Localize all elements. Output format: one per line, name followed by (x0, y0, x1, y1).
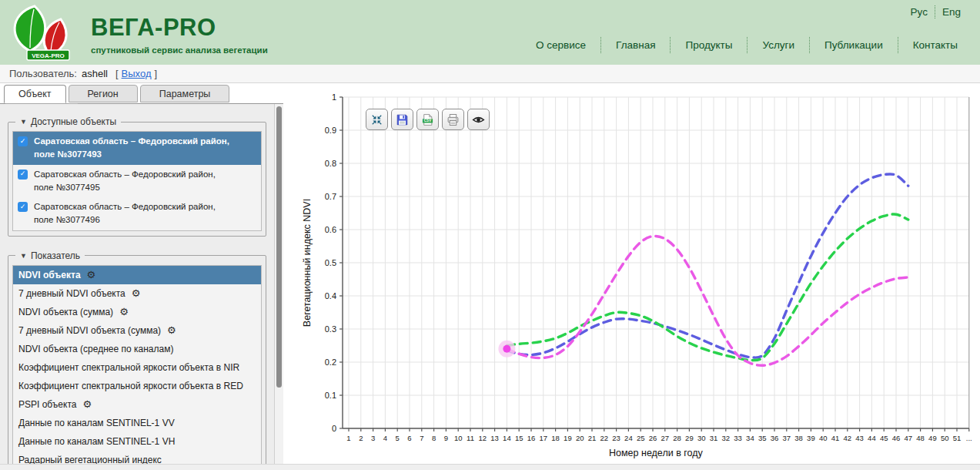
lang-ru[interactable]: Рус (904, 5, 935, 18)
svg-text:...: ... (966, 434, 972, 442)
indicator-label: Данные по каналам SENTINEL-1 VV (18, 416, 175, 430)
print-button[interactable] (442, 109, 464, 130)
nav-item[interactable]: Контакты (898, 37, 972, 53)
page-title: ВЕГА-PRO (91, 14, 268, 42)
section-title: Показатель (31, 250, 80, 261)
svg-text:Вегетационный индекс NDVI: Вегетационный индекс NDVI (302, 199, 313, 327)
object-row[interactable]: Саратовская область – Федоровский район,… (13, 165, 261, 198)
indicator-row[interactable]: Данные по каналам SENTINEL-1 VH (13, 432, 261, 451)
svg-text:45: 45 (880, 434, 888, 442)
svg-text:12: 12 (479, 434, 487, 442)
svg-text:21: 21 (588, 434, 597, 442)
checkbox-icon[interactable] (18, 170, 28, 180)
chart-series-series-magenta (507, 236, 908, 365)
checkbox-icon[interactable] (18, 136, 28, 146)
indicator-label: Радарный вегетационный индекс (18, 453, 162, 465)
object-row[interactable]: Саратовская область – Федоровский район,… (13, 132, 261, 165)
nav-item[interactable]: О сервисе (521, 37, 600, 53)
indicator-label: NDVI объекта (сумма) (18, 305, 113, 319)
export-csv-button[interactable]: CSV (416, 109, 439, 130)
sidebar-scrollbar[interactable] (274, 104, 283, 465)
indicator-label: Данные по каналам SENTINEL-1 VH (18, 435, 175, 448)
lang-eng[interactable]: Eng (935, 5, 968, 18)
vega-pro-logo: VEGA-PRO (6, 2, 83, 64)
svg-text:25: 25 (637, 434, 645, 442)
nav-item[interactable]: Услуги (747, 37, 809, 53)
indicator-label: Коэффициент спектральной яркости объекта… (18, 379, 243, 393)
svg-text:48: 48 (916, 434, 925, 442)
csv-export-icon: CSV (421, 113, 434, 126)
object-label: Саратовская область – Федоровский район,… (34, 200, 216, 227)
object-label-line1: Саратовская область – Федоровский район, (34, 168, 216, 181)
page-subtitle: спутниковый сервис анализа вегетации (91, 45, 268, 55)
eye-icon (472, 113, 485, 126)
svg-text:17: 17 (540, 434, 548, 442)
indicator-row[interactable]: Радарный вегетационный индекс (13, 451, 261, 465)
svg-text:42: 42 (844, 434, 852, 442)
ndvi-chart[interactable]: 00.10.20.30.40.50.60.70.80.9112345678910… (289, 83, 980, 465)
svg-text:0: 0 (332, 424, 336, 433)
indicator-label: PSPI объекта (18, 398, 76, 411)
svg-text:13: 13 (490, 434, 499, 442)
gear-icon[interactable]: ⚙ (119, 307, 129, 317)
username: ashell (82, 68, 108, 79)
svg-text:6: 6 (407, 434, 411, 442)
indicator-row[interactable]: NDVI объекта (сумма)⚙ (13, 303, 261, 321)
object-label-line2: поле №3077495 (34, 181, 216, 194)
fit-view-button[interactable] (366, 109, 388, 130)
svg-text:9: 9 (444, 434, 448, 442)
logout-link[interactable]: Выход (122, 68, 152, 79)
indicator-row[interactable]: Данные по каналам SENTINEL-1 VV (13, 414, 261, 432)
svg-text:47: 47 (905, 434, 913, 442)
indicator-row[interactable]: PSPI объекта⚙ (13, 395, 261, 414)
indicator-row[interactable]: NDVI объекта⚙ (13, 266, 261, 284)
sidebar-tab[interactable]: Регион (69, 85, 138, 102)
gear-icon[interactable]: ⚙ (82, 399, 92, 409)
horizontal-scrollbar[interactable] (0, 464, 980, 470)
collapse-triangle-icon[interactable]: ▼ (20, 118, 27, 126)
collapse-triangle-icon[interactable]: ▼ (20, 252, 27, 260)
indicator-label: Коэффициент спектральной яркости объекта… (18, 361, 239, 374)
nav-item[interactable]: Публикации (809, 37, 898, 53)
header: VEGA-PRO ВЕГА-PRO спутниковый сервис ана… (0, 0, 980, 65)
svg-text:0.6: 0.6 (325, 225, 336, 234)
svg-text:27: 27 (661, 434, 670, 442)
indicator-label: NDVI объекта (18, 268, 81, 282)
toggle-visibility-button[interactable] (467, 109, 490, 130)
gear-icon[interactable]: ⚙ (132, 288, 141, 298)
gear-icon[interactable]: ⚙ (167, 325, 176, 335)
svg-text:14: 14 (503, 434, 511, 442)
object-row[interactable]: Саратовская область – Федоровский район,… (13, 197, 261, 230)
indicator-row[interactable]: 7 дневный NDVI объекта (сумма)⚙ (13, 321, 261, 340)
svg-text:32: 32 (722, 434, 731, 442)
logo-badge-text: VEGA-PRO (32, 52, 65, 59)
svg-text:18: 18 (551, 434, 560, 442)
sidebar-scrollbar-thumb[interactable] (276, 106, 282, 388)
svg-text:44: 44 (868, 434, 876, 442)
checkbox-icon[interactable] (18, 202, 28, 212)
svg-text:10: 10 (454, 434, 463, 442)
nav-item[interactable]: Продукты (670, 37, 747, 53)
chart-series-series-green (507, 214, 908, 361)
svg-text:24: 24 (624, 434, 633, 442)
object-label-line2: поле №3077493 (34, 148, 229, 161)
svg-text:31: 31 (710, 434, 718, 442)
svg-text:38: 38 (794, 434, 803, 442)
sidebar-tab[interactable]: Параметры (140, 85, 230, 102)
object-label: Саратовская область – Федоровский район,… (34, 135, 229, 162)
indicator-row[interactable]: NDVI объекта (среднее по каналам) (13, 340, 261, 358)
svg-text:11: 11 (467, 434, 474, 442)
sidebar: ОбъектРегионПараметрыЛегенда ▼Доступные … (0, 84, 283, 465)
nav-item[interactable]: Главная (600, 37, 670, 53)
svg-text:4: 4 (383, 434, 387, 442)
series-marker-dot[interactable] (503, 345, 510, 353)
sidebar-tab[interactable]: Объект (4, 85, 66, 103)
indicator-row[interactable]: Коэффициент спектральной яркости объекта… (13, 358, 261, 377)
save-image-button[interactable] (391, 109, 413, 130)
svg-text:Номер недели в году: Номер недели в году (609, 448, 703, 458)
indicator-row[interactable]: Коэффициент спектральной яркости объекта… (13, 377, 261, 395)
svg-text:0.5: 0.5 (325, 258, 336, 267)
gear-icon[interactable]: ⚙ (87, 270, 96, 280)
indicator-row[interactable]: 7 дневный NDVI объекта⚙ (13, 284, 261, 303)
object-label-line1: Саратовская область – Федоровский район, (34, 200, 216, 213)
